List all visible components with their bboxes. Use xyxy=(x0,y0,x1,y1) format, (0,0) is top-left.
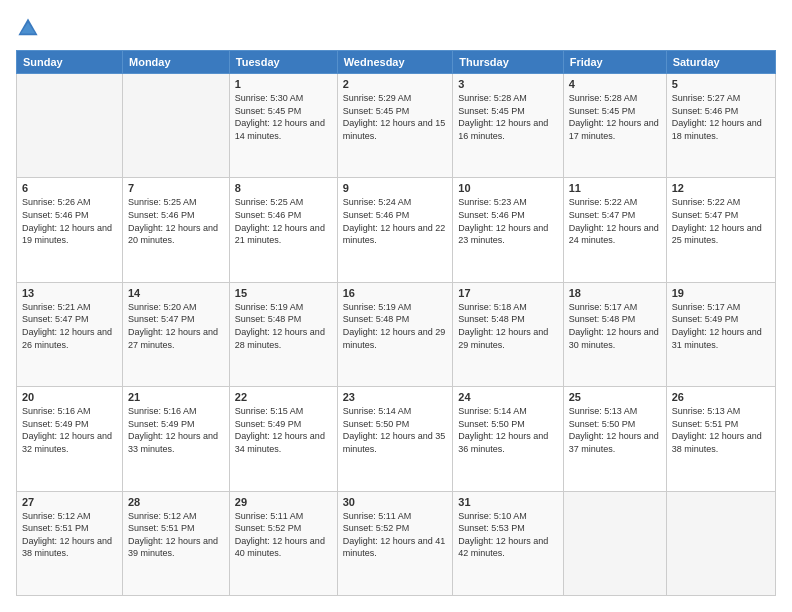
day-cell: 24 Sunrise: 5:14 AMSunset: 5:50 PMDaylig… xyxy=(453,387,563,491)
day-number: 14 xyxy=(128,287,224,299)
day-cell: 28 Sunrise: 5:12 AMSunset: 5:51 PMDaylig… xyxy=(123,491,230,595)
day-detail: Sunrise: 5:18 AMSunset: 5:48 PMDaylight:… xyxy=(458,301,557,351)
weekday-header-monday: Monday xyxy=(123,51,230,74)
day-detail: Sunrise: 5:20 AMSunset: 5:47 PMDaylight:… xyxy=(128,301,224,351)
day-detail: Sunrise: 5:29 AMSunset: 5:45 PMDaylight:… xyxy=(343,92,448,142)
weekday-header-saturday: Saturday xyxy=(666,51,775,74)
day-detail: Sunrise: 5:21 AMSunset: 5:47 PMDaylight:… xyxy=(22,301,117,351)
day-number: 27 xyxy=(22,496,117,508)
day-number: 15 xyxy=(235,287,332,299)
day-detail: Sunrise: 5:28 AMSunset: 5:45 PMDaylight:… xyxy=(569,92,661,142)
day-number: 30 xyxy=(343,496,448,508)
day-detail: Sunrise: 5:13 AMSunset: 5:50 PMDaylight:… xyxy=(569,405,661,455)
day-detail: Sunrise: 5:23 AMSunset: 5:46 PMDaylight:… xyxy=(458,196,557,246)
day-cell: 29 Sunrise: 5:11 AMSunset: 5:52 PMDaylig… xyxy=(229,491,337,595)
day-detail: Sunrise: 5:16 AMSunset: 5:49 PMDaylight:… xyxy=(128,405,224,455)
day-detail: Sunrise: 5:11 AMSunset: 5:52 PMDaylight:… xyxy=(235,510,332,560)
calendar-table: SundayMondayTuesdayWednesdayThursdayFrid… xyxy=(16,50,776,596)
day-cell: 6 Sunrise: 5:26 AMSunset: 5:46 PMDayligh… xyxy=(17,178,123,282)
day-cell: 18 Sunrise: 5:17 AMSunset: 5:48 PMDaylig… xyxy=(563,282,666,386)
week-row-5: 27 Sunrise: 5:12 AMSunset: 5:51 PMDaylig… xyxy=(17,491,776,595)
day-cell: 26 Sunrise: 5:13 AMSunset: 5:51 PMDaylig… xyxy=(666,387,775,491)
day-detail: Sunrise: 5:12 AMSunset: 5:51 PMDaylight:… xyxy=(22,510,117,560)
day-number: 5 xyxy=(672,78,770,90)
weekday-header-tuesday: Tuesday xyxy=(229,51,337,74)
day-cell: 20 Sunrise: 5:16 AMSunset: 5:49 PMDaylig… xyxy=(17,387,123,491)
day-cell: 5 Sunrise: 5:27 AMSunset: 5:46 PMDayligh… xyxy=(666,74,775,178)
day-cell: 9 Sunrise: 5:24 AMSunset: 5:46 PMDayligh… xyxy=(337,178,453,282)
day-cell: 15 Sunrise: 5:19 AMSunset: 5:48 PMDaylig… xyxy=(229,282,337,386)
day-number: 1 xyxy=(235,78,332,90)
day-number: 6 xyxy=(22,182,117,194)
day-number: 28 xyxy=(128,496,224,508)
day-number: 29 xyxy=(235,496,332,508)
day-detail: Sunrise: 5:30 AMSunset: 5:45 PMDaylight:… xyxy=(235,92,332,142)
day-cell: 2 Sunrise: 5:29 AMSunset: 5:45 PMDayligh… xyxy=(337,74,453,178)
week-row-2: 6 Sunrise: 5:26 AMSunset: 5:46 PMDayligh… xyxy=(17,178,776,282)
day-number: 22 xyxy=(235,391,332,403)
day-cell: 30 Sunrise: 5:11 AMSunset: 5:52 PMDaylig… xyxy=(337,491,453,595)
calendar-header: SundayMondayTuesdayWednesdayThursdayFrid… xyxy=(17,51,776,74)
day-detail: Sunrise: 5:24 AMSunset: 5:46 PMDaylight:… xyxy=(343,196,448,246)
day-number: 7 xyxy=(128,182,224,194)
day-cell: 11 Sunrise: 5:22 AMSunset: 5:47 PMDaylig… xyxy=(563,178,666,282)
day-cell: 8 Sunrise: 5:25 AMSunset: 5:46 PMDayligh… xyxy=(229,178,337,282)
day-number: 17 xyxy=(458,287,557,299)
week-row-1: 1 Sunrise: 5:30 AMSunset: 5:45 PMDayligh… xyxy=(17,74,776,178)
day-number: 13 xyxy=(22,287,117,299)
day-cell: 7 Sunrise: 5:25 AMSunset: 5:46 PMDayligh… xyxy=(123,178,230,282)
day-cell xyxy=(666,491,775,595)
day-cell: 13 Sunrise: 5:21 AMSunset: 5:47 PMDaylig… xyxy=(17,282,123,386)
day-detail: Sunrise: 5:22 AMSunset: 5:47 PMDaylight:… xyxy=(672,196,770,246)
day-detail: Sunrise: 5:13 AMSunset: 5:51 PMDaylight:… xyxy=(672,405,770,455)
day-cell xyxy=(123,74,230,178)
day-cell xyxy=(17,74,123,178)
day-detail: Sunrise: 5:11 AMSunset: 5:52 PMDaylight:… xyxy=(343,510,448,560)
day-detail: Sunrise: 5:28 AMSunset: 5:45 PMDaylight:… xyxy=(458,92,557,142)
day-detail: Sunrise: 5:17 AMSunset: 5:48 PMDaylight:… xyxy=(569,301,661,351)
page: SundayMondayTuesdayWednesdayThursdayFrid… xyxy=(0,0,792,612)
day-detail: Sunrise: 5:14 AMSunset: 5:50 PMDaylight:… xyxy=(343,405,448,455)
day-number: 20 xyxy=(22,391,117,403)
day-cell: 14 Sunrise: 5:20 AMSunset: 5:47 PMDaylig… xyxy=(123,282,230,386)
day-detail: Sunrise: 5:27 AMSunset: 5:46 PMDaylight:… xyxy=(672,92,770,142)
day-cell: 17 Sunrise: 5:18 AMSunset: 5:48 PMDaylig… xyxy=(453,282,563,386)
weekday-header-sunday: Sunday xyxy=(17,51,123,74)
day-detail: Sunrise: 5:15 AMSunset: 5:49 PMDaylight:… xyxy=(235,405,332,455)
logo xyxy=(16,16,44,40)
day-cell: 31 Sunrise: 5:10 AMSunset: 5:53 PMDaylig… xyxy=(453,491,563,595)
day-cell: 4 Sunrise: 5:28 AMSunset: 5:45 PMDayligh… xyxy=(563,74,666,178)
day-detail: Sunrise: 5:14 AMSunset: 5:50 PMDaylight:… xyxy=(458,405,557,455)
day-detail: Sunrise: 5:12 AMSunset: 5:51 PMDaylight:… xyxy=(128,510,224,560)
day-number: 16 xyxy=(343,287,448,299)
day-cell: 27 Sunrise: 5:12 AMSunset: 5:51 PMDaylig… xyxy=(17,491,123,595)
day-number: 26 xyxy=(672,391,770,403)
day-detail: Sunrise: 5:19 AMSunset: 5:48 PMDaylight:… xyxy=(343,301,448,351)
day-cell xyxy=(563,491,666,595)
day-number: 23 xyxy=(343,391,448,403)
day-number: 10 xyxy=(458,182,557,194)
weekday-header-friday: Friday xyxy=(563,51,666,74)
calendar-body: 1 Sunrise: 5:30 AMSunset: 5:45 PMDayligh… xyxy=(17,74,776,596)
day-cell: 23 Sunrise: 5:14 AMSunset: 5:50 PMDaylig… xyxy=(337,387,453,491)
day-number: 24 xyxy=(458,391,557,403)
day-cell: 25 Sunrise: 5:13 AMSunset: 5:50 PMDaylig… xyxy=(563,387,666,491)
logo-icon xyxy=(16,16,40,40)
day-number: 18 xyxy=(569,287,661,299)
day-detail: Sunrise: 5:10 AMSunset: 5:53 PMDaylight:… xyxy=(458,510,557,560)
week-row-4: 20 Sunrise: 5:16 AMSunset: 5:49 PMDaylig… xyxy=(17,387,776,491)
day-cell: 12 Sunrise: 5:22 AMSunset: 5:47 PMDaylig… xyxy=(666,178,775,282)
day-cell: 21 Sunrise: 5:16 AMSunset: 5:49 PMDaylig… xyxy=(123,387,230,491)
day-number: 19 xyxy=(672,287,770,299)
day-number: 4 xyxy=(569,78,661,90)
day-cell: 1 Sunrise: 5:30 AMSunset: 5:45 PMDayligh… xyxy=(229,74,337,178)
week-row-3: 13 Sunrise: 5:21 AMSunset: 5:47 PMDaylig… xyxy=(17,282,776,386)
day-detail: Sunrise: 5:25 AMSunset: 5:46 PMDaylight:… xyxy=(128,196,224,246)
day-number: 8 xyxy=(235,182,332,194)
day-number: 11 xyxy=(569,182,661,194)
day-number: 21 xyxy=(128,391,224,403)
day-cell: 10 Sunrise: 5:23 AMSunset: 5:46 PMDaylig… xyxy=(453,178,563,282)
day-cell: 3 Sunrise: 5:28 AMSunset: 5:45 PMDayligh… xyxy=(453,74,563,178)
weekday-header-thursday: Thursday xyxy=(453,51,563,74)
day-number: 31 xyxy=(458,496,557,508)
